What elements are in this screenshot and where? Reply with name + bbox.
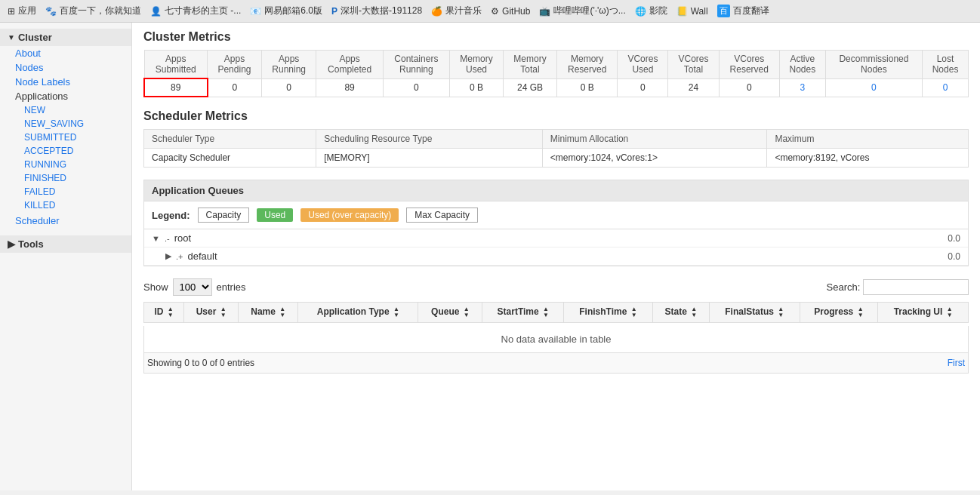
app-container: ▼ Cluster About Nodes Node Labels Applic… [0, 23, 980, 490]
col-name[interactable]: Name ▲▼ [239, 303, 298, 323]
col-tracking-ui[interactable]: Tracking UI ▲▼ [878, 303, 969, 323]
sidebar: ▼ Cluster About Nodes Node Labels Applic… [0, 23, 132, 490]
val-lost-nodes[interactable]: 0 [923, 78, 969, 97]
col-user[interactable]: User ▲▼ [184, 303, 239, 323]
browser-music[interactable]: 🍊 果汁音乐 [431, 5, 482, 17]
val-vcores-used: 0 [618, 78, 668, 97]
sidebar-app-new[interactable]: NEW [0, 103, 131, 117]
entries-label: entries [217, 281, 246, 293]
header-apps-pending: AppsPending [208, 51, 262, 79]
starttime-sort-icon: ▲▼ [543, 306, 549, 318]
sidebar-about-link[interactable]: About [0, 46, 131, 60]
header-memory-used: MemoryUsed [450, 51, 504, 79]
decommissioned-link[interactable]: 0 [871, 82, 877, 93]
show-entries-select[interactable]: 100 25 50 [173, 278, 212, 296]
sidebar-app-submitted[interactable]: SUBMITTED [0, 131, 131, 144]
search-input[interactable] [863, 279, 969, 295]
table-controls-left: Show 100 25 50 entries [143, 278, 246, 296]
default-queue-name[interactable]: default [187, 251, 217, 262]
cinema-icon: 🌐 [635, 6, 646, 17]
sidebar-app-failed[interactable]: FAILED [0, 185, 131, 198]
sidebar-app-finished[interactable]: FINISHED [0, 171, 131, 185]
val-apps-pending: 0 [208, 78, 262, 97]
apps-label: 应用 [18, 5, 36, 17]
header-containers-running: ContainersRunning [383, 51, 449, 79]
sidebar-tools-header[interactable]: ▶ Tools [0, 235, 131, 253]
default-queue-pct: 0.0 [948, 251, 960, 262]
col-queue[interactable]: Queue ▲▼ [418, 303, 482, 323]
music-label: 果汁音乐 [445, 5, 482, 17]
sidebar-scheduler-link[interactable]: Scheduler [0, 212, 131, 229]
browser-bigdata[interactable]: P 深圳-大数据-191128 [331, 5, 422, 17]
legend-capacity: Capacity [198, 208, 250, 223]
col-id[interactable]: ID ▲▼ [144, 303, 184, 323]
root-queue-arrow-icon[interactable]: ▼ [152, 234, 160, 243]
active-nodes-link[interactable]: 3 [800, 82, 806, 93]
browser-bar: ⊞ 应用 🐾 百度一下，你就知道 👤 七寸青杉的主页 -... 📧 网易邮箱6.… [0, 0, 980, 23]
col-start-time[interactable]: StartTime ▲▼ [482, 303, 564, 323]
browser-mail[interactable]: 📧 网易邮箱6.0版 [250, 5, 322, 17]
sched-val-resource-type: [MEMORY] [316, 149, 543, 168]
root-queue-name[interactable]: root [174, 232, 191, 244]
no-data-message: No data available in table [143, 326, 969, 353]
mail-icon: 📧 [250, 6, 261, 17]
bigdata-label: 深圳-大数据-191128 [341, 5, 422, 17]
legend-row: Legend: Capacity Used Used (over capacit… [144, 201, 968, 229]
table-footer-first[interactable]: First [948, 358, 965, 368]
col-state[interactable]: State ▲▼ [652, 303, 709, 323]
sched-val-type: Capacity Scheduler [144, 149, 316, 168]
trackingui-sort-icon: ▲▼ [947, 306, 953, 318]
lost-nodes-link[interactable]: 0 [943, 82, 948, 93]
browser-translate[interactable]: 百 百度翻译 [717, 5, 769, 17]
search-label: Search: [827, 281, 861, 293]
search-area: Search: [827, 279, 969, 295]
sidebar-app-running[interactable]: RUNNING [0, 158, 131, 171]
sched-val-min-alloc: <memory:1024, vCores:1> [542, 149, 767, 168]
progress-sort-icon: ▲▼ [858, 306, 864, 318]
col-application-type[interactable]: Application Type ▲▼ [298, 303, 418, 323]
profile-label: 七寸青杉的主页 -... [165, 5, 241, 17]
browser-cinema[interactable]: 🌐 影院 [635, 5, 667, 17]
github-label: GitHub [502, 6, 530, 17]
cluster-arrow-icon: ▼ [8, 33, 15, 42]
browser-bilibili[interactable]: 📺 哔哩哔哩('·'ω)つ... [539, 5, 625, 17]
id-sort-icon: ▲▼ [168, 306, 174, 318]
user-sort-icon: ▲▼ [220, 306, 227, 318]
sidebar-app-killed[interactable]: KILLED [0, 198, 131, 212]
browser-wall[interactable]: 📒 Wall [676, 6, 708, 17]
sidebar-cluster-section: ▼ Cluster About Nodes Node Labels Applic… [0, 29, 131, 229]
cinema-label: 影院 [649, 5, 667, 17]
default-queue-icon: .+ [176, 252, 183, 261]
col-final-status[interactable]: FinalStatus ▲▼ [709, 303, 800, 323]
val-vcores-total: 24 [668, 78, 719, 97]
app-queues-header: Application Queues [144, 180, 968, 201]
header-apps-running: AppsRunning [261, 51, 316, 79]
header-lost-nodes: LostNodes [923, 51, 969, 79]
header-vcores-total: VCoresTotal [668, 51, 719, 79]
default-queue-arrow-icon[interactable]: ▶ [165, 251, 171, 261]
browser-apps[interactable]: ⊞ 应用 [8, 5, 36, 17]
header-apps-submitted: AppsSubmitted [144, 51, 208, 79]
music-icon: 🍊 [431, 6, 442, 17]
wall-icon: 📒 [676, 6, 688, 17]
queue-row-default: ▶ .+ default 0.0 [144, 247, 968, 266]
browser-github[interactable]: ⚙ GitHub [491, 6, 530, 17]
val-decommissioned-nodes[interactable]: 0 [825, 78, 922, 97]
header-vcores-used: VCoresUsed [618, 51, 668, 79]
col-progress[interactable]: Progress ▲▼ [800, 303, 878, 323]
sidebar-cluster-header[interactable]: ▼ Cluster [0, 29, 131, 46]
queue-sort-icon: ▲▼ [464, 306, 470, 318]
browser-baidu[interactable]: 🐾 百度一下，你就知道 [45, 5, 141, 17]
val-memory-used: 0 B [450, 78, 504, 97]
scheduler-metrics-table: Scheduler Type Scheduling Resource Type … [143, 129, 969, 168]
sidebar-nodes-link[interactable]: Nodes [0, 60, 131, 75]
browser-profile[interactable]: 👤 七寸青杉的主页 -... [150, 5, 241, 17]
sidebar-node-labels-link[interactable]: Node Labels [0, 75, 131, 89]
val-active-nodes[interactable]: 3 [779, 78, 825, 97]
col-finish-time[interactable]: FinishTime ▲▼ [564, 303, 653, 323]
sidebar-app-accepted[interactable]: ACCEPTED [0, 144, 131, 158]
sched-header-max-alloc: Maximum [767, 130, 969, 149]
sidebar-app-new-saving[interactable]: NEW_SAVING [0, 117, 131, 131]
queue-row-root-left: ▼ .- root [152, 232, 191, 244]
cluster-metrics-table: AppsSubmitted AppsPending AppsRunning Ap… [143, 50, 969, 97]
